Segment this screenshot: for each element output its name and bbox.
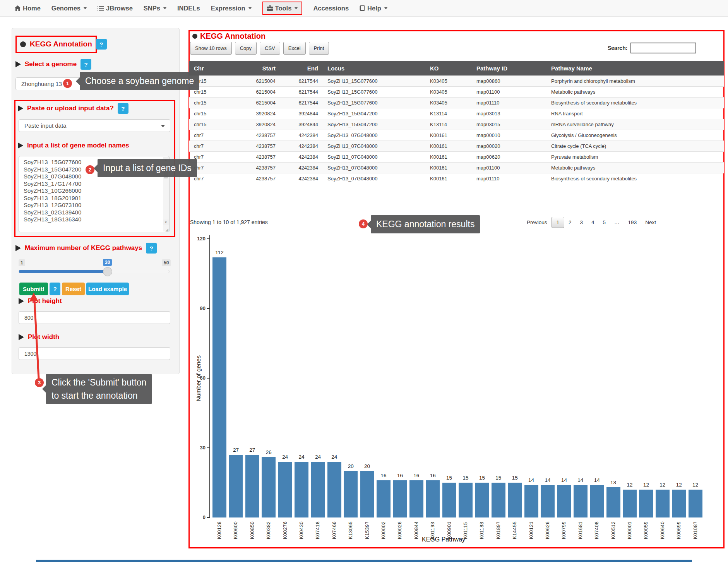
column-header-pathway-name[interactable]: Pathway Name xyxy=(546,61,724,76)
page-button-…[interactable]: … xyxy=(610,217,624,228)
page-button-4[interactable]: 4 xyxy=(587,217,599,228)
table-cell: chr7 xyxy=(189,130,243,141)
table-info: Showing 1 to 10 of 1,927 entries xyxy=(190,219,268,225)
scroll-down-icon[interactable]: ▼ xyxy=(163,219,169,225)
table-cell: SoyZH13_07G048000 xyxy=(323,163,425,173)
table-cell: SoyZH13_07G048000 xyxy=(323,141,425,152)
load-example-button[interactable]: Load example xyxy=(86,283,129,295)
nav-item-help[interactable]: Help xyxy=(360,5,387,12)
nav-item-accessions[interactable]: Accessions xyxy=(313,5,349,12)
table-cell: 6217544 xyxy=(280,76,323,87)
help-question-button[interactable]: ? xyxy=(118,103,128,114)
table-row[interactable]: chr742387574242384SoyZH13_07G048000K0016… xyxy=(189,141,724,152)
table-toolbar: Show 10 rowsCopyCSVExcelPrint xyxy=(190,42,329,55)
table-cell: Glycolysis / Gluconeogenesis xyxy=(546,130,724,141)
plot-height-value: 800 xyxy=(24,315,33,321)
table-cell: map03013 xyxy=(472,108,546,119)
slider-min-label: 1 xyxy=(19,259,25,266)
pathways-slider[interactable] xyxy=(19,270,170,273)
triangle-bullet-icon xyxy=(18,142,23,149)
table-row[interactable]: chr1539208243924844SoyZH13_15G047200K131… xyxy=(189,108,724,119)
page-button-3[interactable]: 3 xyxy=(576,217,588,228)
nav-item-expression[interactable]: Expression xyxy=(211,5,252,12)
kegg-results-table: ChrStartEndLocusKOPathway IDPathway Name… xyxy=(189,61,724,184)
table-cell: map01110 xyxy=(472,173,546,184)
table-row[interactable]: chr742387574242384SoyZH13_07G048000K0016… xyxy=(189,152,724,163)
results-title-row: KEGG Annotation xyxy=(192,32,266,41)
nav-item-tools[interactable]: Tools xyxy=(262,2,303,15)
table-cell: Biosynthesis of secondary metabolites xyxy=(546,173,724,184)
list-icon xyxy=(98,6,104,11)
column-header-ko[interactable]: KO xyxy=(425,61,472,76)
table-cell: map00010 xyxy=(472,130,546,141)
nav-item-jbrowse[interactable]: JBrowse xyxy=(98,5,133,12)
help-question-button[interactable]: ? xyxy=(146,243,157,254)
input-mode-select[interactable]: Paste input data xyxy=(19,119,170,132)
help-question-button[interactable]: ? xyxy=(96,39,107,50)
page-button-1[interactable]: 1 xyxy=(552,217,565,228)
table-row[interactable]: chr1562150046217544SoyZH13_15G077600K034… xyxy=(189,76,724,87)
footer-bar xyxy=(36,560,692,562)
table-button-csv[interactable]: CSV xyxy=(260,42,280,55)
table-cell: map01110 xyxy=(472,98,546,108)
triangle-bullet-icon xyxy=(19,298,24,304)
callout-badge-2: 2 xyxy=(86,165,94,174)
plot-width-value: 1300 xyxy=(24,351,36,357)
nav-item-label: Help xyxy=(367,5,381,12)
gene-list-heading-row: Input a list of gene model names xyxy=(18,142,129,149)
table-row[interactable]: chr742387574242384SoyZH13_07G048000K0016… xyxy=(189,130,724,141)
table-row[interactable]: chr742387574242384SoyZH13_07G048000K0016… xyxy=(189,173,724,184)
help-question-button[interactable]: ? xyxy=(81,59,91,70)
table-row[interactable]: chr1562150046217544SoyZH13_15G077600K034… xyxy=(189,98,724,108)
callout-badge-4: 4 xyxy=(359,219,368,228)
slider-value-label: 30 xyxy=(103,259,112,266)
table-row[interactable]: chr1562150046217544SoyZH13_15G077600K034… xyxy=(189,87,724,98)
page-button-5[interactable]: 5 xyxy=(599,217,610,228)
reset-button[interactable]: Reset xyxy=(62,283,85,295)
nav-item-snps[interactable]: SNPs xyxy=(144,5,166,12)
table-cell: chr7 xyxy=(189,173,243,184)
table-cell: Metabolic pathways xyxy=(546,163,724,173)
table-button-copy[interactable]: Copy xyxy=(235,42,257,55)
tooltip-arrow-icon xyxy=(42,385,46,393)
slider-handle[interactable] xyxy=(103,267,112,276)
nav-item-label: Accessions xyxy=(313,5,349,12)
table-row[interactable]: chr742387574242384SoyZH13_07G048000K0016… xyxy=(189,163,724,173)
page-button-193[interactable]: 193 xyxy=(624,217,641,228)
column-header-start[interactable]: Start xyxy=(243,61,280,76)
column-header-pathway-id[interactable]: Pathway ID xyxy=(472,61,546,76)
results-title: KEGG Annotation xyxy=(200,32,266,41)
table-button-excel[interactable]: Excel xyxy=(283,42,306,55)
table-button-print[interactable]: Print xyxy=(309,42,329,55)
table-row[interactable]: chr1539208243924844SoyZH13_15G047200K131… xyxy=(189,119,724,130)
search-label: Search: xyxy=(608,45,627,51)
column-header-locus[interactable]: Locus xyxy=(323,61,425,76)
table-cell: mRNA surveillance pathway xyxy=(546,119,724,130)
top-navigation: HomeGenomesJBrowseSNPsINDELsExpressionTo… xyxy=(0,0,728,17)
table-cell: SoyZH13_07G048000 xyxy=(323,130,425,141)
table-cell: Biosynthesis of secondary metabolites xyxy=(546,98,724,108)
table-button-show-10-rows[interactable]: Show 10 rows xyxy=(190,42,232,55)
plot-width-input[interactable]: 1300 xyxy=(19,347,170,360)
submit-button[interactable]: Submit! xyxy=(19,283,48,295)
table-cell: SoyZH13_15G077600 xyxy=(323,98,425,108)
nav-item-home[interactable]: Home xyxy=(15,5,41,12)
page-button-previous[interactable]: Previous xyxy=(522,217,552,228)
bullet-icon xyxy=(192,34,197,39)
plot-height-input[interactable]: 800 xyxy=(19,311,170,324)
table-cell: Porphyrin and chlorophyll metabolism xyxy=(546,76,724,87)
nav-item-indels[interactable]: INDELs xyxy=(177,5,200,12)
help-question-button[interactable]: ? xyxy=(50,283,60,295)
gene-id-line: SoyZH13_12G073100 xyxy=(19,202,169,209)
max-pathways-label: Maximum number of KEGG pathways xyxy=(25,244,142,252)
table-cell: 6215004 xyxy=(243,76,280,87)
search-input[interactable] xyxy=(630,43,696,53)
nav-item-genomes[interactable]: Genomes xyxy=(51,5,87,12)
plot-width-label: Plot width xyxy=(28,333,59,341)
nav-item-label: Home xyxy=(23,5,41,12)
page-button-2[interactable]: 2 xyxy=(564,217,576,228)
page-button-next[interactable]: Next xyxy=(641,217,660,228)
chevron-down-icon xyxy=(84,7,87,9)
column-header-end[interactable]: End xyxy=(280,61,323,76)
resize-handle-icon[interactable]: ◢ xyxy=(165,228,168,232)
